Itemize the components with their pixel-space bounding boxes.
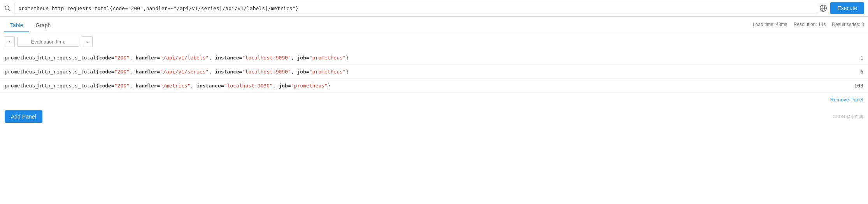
table-row: prometheus_http_requests_total{code="200… bbox=[0, 65, 868, 79]
results-table: prometheus_http_requests_total{code="200… bbox=[0, 51, 868, 93]
resolution: Resolution: 14s bbox=[794, 22, 826, 27]
footer-row: Add Panel CSDN @小白典 bbox=[0, 106, 868, 127]
metric-cell: prometheus_http_requests_total{code="200… bbox=[0, 51, 825, 65]
metric-cell: prometheus_http_requests_total{code="200… bbox=[0, 65, 825, 79]
eval-time-row: ‹ › bbox=[0, 32, 868, 51]
query-input[interactable] bbox=[14, 3, 816, 14]
top-bar: Execute bbox=[0, 0, 868, 17]
execute-button[interactable]: Execute bbox=[830, 2, 864, 14]
eval-time-input[interactable] bbox=[17, 37, 79, 47]
table-row: prometheus_http_requests_total{code="200… bbox=[0, 79, 868, 93]
remove-panel-button[interactable]: Remove Panel bbox=[830, 97, 863, 103]
add-panel-button[interactable]: Add Panel bbox=[5, 110, 42, 123]
tabs-row: Table Graph Load time: 43ms Resolution: … bbox=[0, 17, 868, 32]
metric-cell: prometheus_http_requests_total{code="200… bbox=[0, 79, 825, 93]
svg-line-1 bbox=[9, 9, 10, 11]
next-time-button[interactable]: › bbox=[82, 36, 93, 47]
value-cell: 6 bbox=[825, 65, 868, 79]
value-cell: 103 bbox=[825, 79, 868, 93]
table-row: prometheus_http_requests_total{code="200… bbox=[0, 51, 868, 65]
meta-info: Load time: 43ms Resolution: 14s Result s… bbox=[753, 22, 864, 30]
watermark: CSDN @小白典 bbox=[833, 114, 863, 120]
bottom-actions: Remove Panel bbox=[0, 93, 868, 106]
tab-table[interactable]: Table bbox=[4, 19, 29, 32]
tabs-left: Table Graph bbox=[4, 19, 57, 32]
prev-time-button[interactable]: ‹ bbox=[4, 36, 15, 47]
search-icon bbox=[4, 5, 11, 12]
value-cell: 1 bbox=[825, 51, 868, 65]
load-time: Load time: 43ms bbox=[753, 22, 787, 27]
svg-point-0 bbox=[5, 6, 9, 10]
globe-icon[interactable] bbox=[819, 4, 827, 12]
result-series: Result series: 3 bbox=[832, 22, 864, 27]
tab-graph[interactable]: Graph bbox=[29, 19, 57, 32]
